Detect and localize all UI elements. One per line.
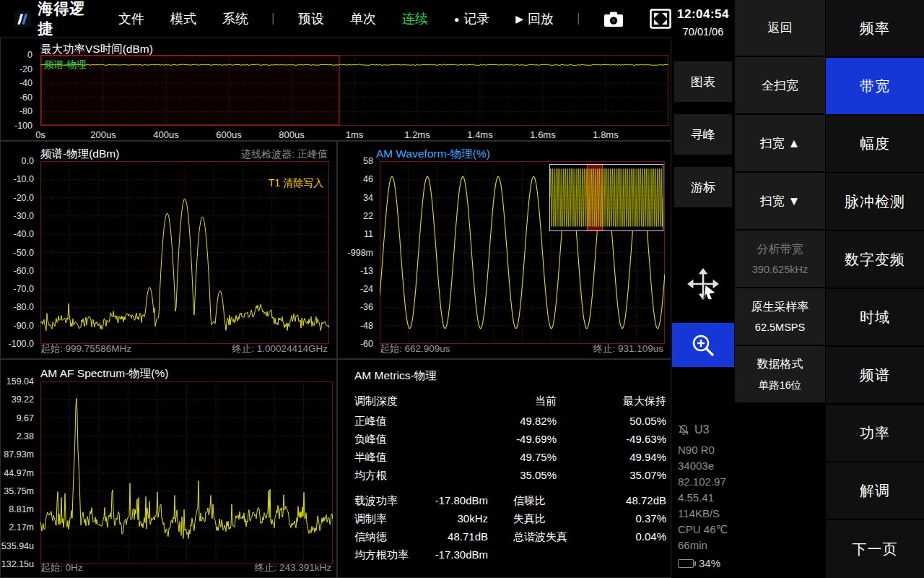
menu-next-page[interactable]: 下一页 [826,520,924,578]
metric-current: 49.75% [520,451,557,463]
af-spectrum-plot[interactable] [40,381,333,564]
menu-pulse-detect[interactable]: 脉冲检测 [826,173,924,230]
waveform-overview-window[interactable] [549,164,663,231]
y-tick-label: 2.38 [17,432,34,441]
y-tick-label: 22 [363,212,373,221]
x-tick-label: 1ms [346,129,364,140]
menu-frequency[interactable]: 频率 [826,0,924,56]
metric-value: 48.71dB [448,530,488,543]
metrics-row-pos-peak: 正峰值 49.82% 50.05% [354,415,666,429]
data-format-value: 单路16位 [759,379,802,392]
menu-power[interactable]: 功率 [826,405,924,461]
y-tick-label: 0.0 [22,157,34,166]
y-tick-label: 39.22 [12,395,34,405]
clock: 12:04:54 70/01/06 [671,7,735,38]
y-tick-label: 87.93m [4,450,34,460]
y-tick-label: -50.0 [14,248,35,257]
metrics-row-rms: 均方根 35.05% 35.07% [354,469,666,483]
fullscreen-button[interactable] [650,9,671,29]
logo-text: 海得逻捷 [38,0,92,39]
x-tick-label: 800us [279,129,304,140]
analysis-bandwidth-cell: 分析带宽 390.625kHz [735,230,825,287]
y-tick-label: -30.0 [14,212,35,221]
menu-item-single[interactable]: 单次 [350,10,376,27]
data-format-label: 数据格式 [757,357,803,372]
peak-search-button[interactable]: 寻峰 [674,114,732,155]
x-axis-labels: 0s200us400us600us800us1ms1.2ms1.4ms1.6ms… [40,129,668,141]
metric-label: 半峰值 [354,451,387,465]
y-tick-label: 8.81m [9,505,34,514]
main-menu-column: 频率 带宽 幅度 脉冲检测 数字变频 时域 频谱 功率 解调 下一页 [826,0,924,578]
native-sample-rate-cell[interactable]: 原生采样率 62.5MSPS [735,288,825,345]
metric-label: 均方根功率 [354,548,409,562]
screenshot-button[interactable] [603,11,624,27]
metric-max: 49.94% [629,451,666,463]
mute-bell-icon [678,424,689,436]
menu-item-mode[interactable]: 模式 [170,10,196,27]
y-tick-label: 11 [364,230,373,239]
menu-time-domain[interactable]: 时域 [826,289,924,345]
metric-value: -17.30dBm [435,548,488,561]
fullscreen-icon [650,9,671,29]
stop-frequency-label: 终止: 1.00024414GHz [232,342,328,355]
native-sample-rate-label: 原生采样率 [751,300,809,315]
span-down-button[interactable]: 扫宽 ▼ [735,173,825,229]
x-tick-label: 1.4ms [467,129,492,140]
menu-spectrum[interactable]: 频谱 [826,347,924,403]
metric-value: 30kHz [457,512,488,525]
sub-menu-column: 返回 全扫宽 扫宽 ▲ 扫宽 ▼ 分析带宽 390.625kHz 原生采样率 6… [735,0,825,578]
y-tick-label: -40.0 [14,230,35,239]
menu-demodulation[interactable]: 解调 [826,462,924,519]
analysis-bandwidth-value: 390.625kHz [752,264,808,275]
record-icon: ● [454,14,459,25]
menu-item-file[interactable]: 文件 [118,10,144,27]
marker-button[interactable]: 游标 [674,167,732,207]
span-up-button[interactable]: 扫宽 ▲ [735,115,825,171]
y-tick-label: 44.97m [4,468,34,478]
full-span-button[interactable]: 全扫宽 [735,57,825,113]
zoom-in-button[interactable] [672,323,734,367]
play-icon: ▶ [515,13,523,25]
menu-divider: 丨 [572,11,585,27]
data-format-cell[interactable]: 数据格式 单路16位 [735,346,825,402]
y-tick-label: 535.94u [1,541,34,551]
y-tick-label: -20 [19,64,32,74]
menu-item-record-label: 记录 [463,12,489,26]
y-tick-label: -13 [360,267,373,276]
back-button[interactable]: 返回 [735,0,825,56]
y-tick-label: 0 [27,51,32,60]
metric-label: 失真比 [513,512,546,526]
menu-item-continuous[interactable]: 连续 [402,10,428,27]
chart-tool-button[interactable]: 图表 [674,61,732,102]
x-tick-label: 1.8ms [593,129,618,140]
x-tick-label: 600us [216,129,241,140]
detector-label: 迹线检波器: 正峰值 [241,148,328,161]
menu-bandwidth[interactable]: 带宽 [826,58,924,114]
x-tick-label: 200us [90,129,116,140]
menu-item-record[interactable]: ●记录 [454,10,489,27]
pan-tool-button[interactable] [687,267,720,301]
metrics-header-row: 调制深度 当前 最大保持 [354,394,666,409]
metric-current: 35.05% [520,469,557,481]
y-tick-label: -60.0 [14,267,35,276]
menu-item-preset[interactable]: 预设 [298,10,324,27]
stop-frequency-label: 终止: 243.391kHz [254,561,331,574]
chart-panel-am-waveform: AM Waveform-物理(%) 5846342211-998m-13-24-… [337,141,671,359]
battery-percent: 34% [699,557,720,569]
max-power-trace-plot[interactable] [40,55,668,126]
status-line: CPU 46℃ [678,522,728,538]
clock-date: 70/01/06 [671,26,735,38]
y-tick-label: -80 [19,107,32,116]
camera-icon [603,11,624,27]
metrics-row-neg-peak: 负峰值 -49.69% -49.63% [354,433,666,447]
metric-label: 信纳德 [354,530,387,544]
metrics-header-current: 当前 [535,394,557,408]
menu-digital-downconvert[interactable]: 数字变频 [826,231,924,288]
metrics-row-carrier-power: 载波功率 -17.80dBm 信噪比 48.72dB [354,494,666,509]
x-tick-label: 400us [153,129,178,140]
menu-item-system[interactable]: 系统 [222,10,248,27]
menu-amplitude[interactable]: 幅度 [826,116,924,172]
menu-item-playback[interactable]: ▶回放 [515,10,554,27]
chart-title: AM Waveform-物理(%) [376,147,490,162]
metric-label: 均方根 [354,469,387,483]
